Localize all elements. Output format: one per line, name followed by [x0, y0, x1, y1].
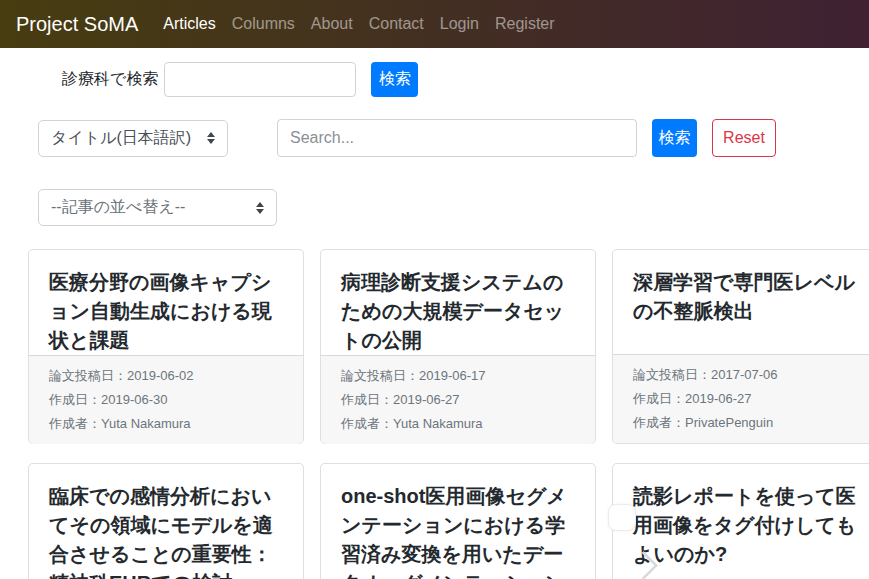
navbar: Project SoMA Articles Columns About Cont…: [0, 0, 869, 48]
page: Project SoMA Articles Columns About Cont…: [0, 0, 869, 579]
article-card-body: 深層学習で専門医レベルの不整脈検出: [613, 250, 869, 326]
keyword-search-button[interactable]: 検索: [652, 119, 697, 157]
meta-submitted: 論文投稿日：2017-07-06: [633, 363, 867, 387]
article-card[interactable]: 医療分野の画像キャプション自動生成における現状と課題 論文投稿日：2019-06…: [28, 249, 304, 444]
article-title: one-shot医用画像セグメンテーションにおける学習済み変換を用いたデータオー…: [341, 482, 575, 579]
article-title: 深層学習で専門医レベルの不整脈検出: [633, 268, 867, 326]
article-card[interactable]: 病理診断支援システムのための大規模データセットの公開 論文投稿日：2019-06…: [320, 249, 596, 444]
meta-created: 作成日：2019-06-27: [341, 388, 575, 412]
department-search-form: 診療科で検索 検索: [62, 62, 869, 97]
sort-form: --記事の並べ替え--: [38, 189, 869, 226]
article-card[interactable]: 深層学習で専門医レベルの不整脈検出 論文投稿日：2017-07-06 作成日：2…: [612, 249, 869, 444]
article-card[interactable]: one-shot医用画像セグメンテーションにおける学習済み変換を用いたデータオー…: [320, 463, 596, 579]
article-meta: 論文投稿日：2019-06-02 作成日：2019-06-30 作成者：Yuta…: [29, 355, 303, 444]
article-card-body: 病理診断支援システムのための大規模データセットの公開: [321, 250, 595, 355]
department-search-button[interactable]: 検索: [371, 62, 418, 97]
meta-created: 作成日：2019-06-30: [49, 388, 283, 412]
nav-link-columns[interactable]: Columns: [224, 7, 303, 41]
main-content: 診療科で検索 検索 タイトル(日本語訳) 検索 Reset --記事の並べ替え-…: [0, 62, 869, 579]
department-search-label: 診療科で検索: [62, 69, 158, 90]
sort-select[interactable]: --記事の並べ替え--: [38, 189, 277, 226]
reset-button[interactable]: Reset: [712, 119, 776, 157]
meta-submitted: 論文投稿日：2019-06-02: [49, 364, 283, 388]
white-bubble-overlay: [608, 504, 636, 531]
search-field-selected-value: タイトル(日本語訳): [51, 128, 191, 149]
nav-link-login[interactable]: Login: [432, 7, 487, 41]
meta-author: 作成者：Yuta Nakamura: [341, 412, 575, 436]
meta-author: 作成者：Yuta Nakamura: [49, 412, 283, 436]
article-meta: 論文投稿日：2017-07-06 作成日：2019-06-27 作成者：Priv…: [613, 354, 869, 443]
article-title: 医療分野の画像キャプション自動生成における現状と課題: [49, 268, 283, 355]
main-nav: Articles Columns About Contact Login Reg…: [155, 7, 562, 41]
keyword-search-input[interactable]: [277, 119, 637, 157]
brand-link[interactable]: Project SoMA: [16, 13, 138, 36]
article-card-grid: 医療分野の画像キャプション自動生成における現状と課題 論文投稿日：2019-06…: [28, 249, 869, 579]
department-search-input[interactable]: [164, 62, 356, 97]
sort-selected-value: --記事の並べ替え--: [51, 197, 185, 218]
article-title: 読影レポートを使って医用画像をタグ付けしてもよいのか?: [633, 482, 867, 569]
nav-link-contact[interactable]: Contact: [361, 7, 432, 41]
article-meta: 論文投稿日：2019-06-17 作成日：2019-06-27 作成者：Yuta…: [321, 355, 595, 444]
article-title: 臨床での感情分析においてその領域にモデルを適合させることの重要性：精神科EHRで…: [49, 482, 283, 579]
search-field-select[interactable]: タイトル(日本語訳): [38, 120, 228, 157]
select-updown-icon: [207, 132, 215, 144]
article-card-body: one-shot医用画像セグメンテーションにおける学習済み変換を用いたデータオー…: [321, 464, 595, 579]
meta-submitted: 論文投稿日：2019-06-17: [341, 364, 575, 388]
article-title: 病理診断支援システムのための大規模データセットの公開: [341, 268, 575, 355]
article-card-body: 読影レポートを使って医用画像をタグ付けしてもよいのか?: [613, 464, 869, 569]
nav-link-register[interactable]: Register: [487, 7, 563, 41]
select-updown-icon: [256, 202, 264, 214]
article-card[interactable]: 臨床での感情分析においてその領域にモデルを適合させることの重要性：精神科EHRで…: [28, 463, 304, 579]
meta-author: 作成者：PrivatePenguin: [633, 411, 867, 435]
article-card-body: 臨床での感情分析においてその領域にモデルを適合させることの重要性：精神科EHRで…: [29, 464, 303, 579]
nav-link-articles[interactable]: Articles: [155, 7, 223, 41]
article-card-body: 医療分野の画像キャプション自動生成における現状と課題: [29, 250, 303, 355]
meta-created: 作成日：2019-06-27: [633, 387, 867, 411]
nav-link-about[interactable]: About: [303, 7, 361, 41]
keyword-search-form: タイトル(日本語訳) 検索 Reset: [38, 119, 869, 157]
